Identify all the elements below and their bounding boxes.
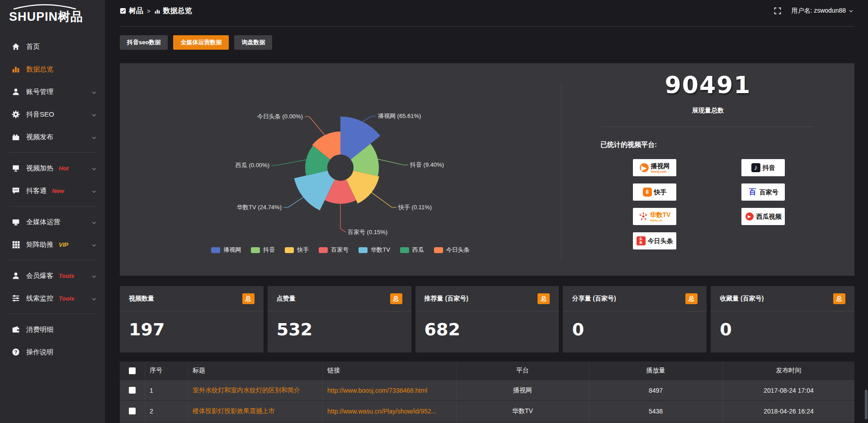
stat-card-收藏量 (百家号): 收藏量 (百家号)总0 [711,286,854,352]
tab-抖音seo数据[interactable]: 抖音seo数据 [120,35,168,50]
sidebar-item-label: 操作说明 [26,348,53,357]
sidebar-item-视频加热[interactable]: 视频加热Hot [0,157,105,179]
chevron-down-icon [91,90,97,95]
legend-item-今日头条[interactable]: 今日头条 [434,246,470,254]
sidebar-item-矩阵助推[interactable]: 矩阵助推VIP [0,233,105,256]
sidebar-item-账号管理[interactable]: 账号管理 [0,80,105,103]
sidebar-item-label: 抖客通 [26,187,47,195]
legend-label: 华数TV [371,246,390,254]
topbar: 树品 > 数据总览 用户名: zswodun88 [105,0,868,22]
fullscreen-icon[interactable] [774,7,781,14]
legend-swatch [319,247,328,253]
legend-item-西瓜[interactable]: 西瓜 [400,246,424,254]
sidebar-item-数据总览[interactable]: 数据总览 [0,58,105,80]
cell-title[interactable]: 室外水纹灯和室内水纹灯的区别和简介 [188,380,322,400]
legend-item-华数TV[interactable]: 华数TV [359,246,390,254]
select-all-checkbox-cell [120,362,145,380]
sidebar-item-首页[interactable]: 首页 [0,35,105,58]
pie-slice-华数TV[interactable] [294,171,335,211]
douyin-logo-icon: ♪ [751,163,760,172]
legend-item-快手[interactable]: 快手 [285,246,309,254]
select-all-checkbox[interactable] [129,367,136,374]
platform-name: 百家号 [760,189,778,195]
total-badge[interactable]: 总 [685,293,698,304]
stat-card-点赞量: 点赞量总532 [268,286,411,352]
breadcrumb-root[interactable]: 树品 [120,6,143,16]
logo-arc-icon [11,4,79,9]
platform-name: 华数TV [650,212,671,218]
stat-card-分享量 (百家号): 分享量 (百家号)总0 [563,286,707,352]
pie-label-抖音: 抖音 (9.40%) [410,161,444,168]
table-header-row: 序号标题链接平台播放量发布时间 [120,362,854,380]
sidebar-item-线索监控[interactable]: 线索监控Tools [0,287,105,310]
chevron-down-icon [91,113,97,118]
cell-seq: 1 [145,380,188,400]
monitor-icon [12,218,20,226]
sidebar-item-label: 视频发布 [26,133,53,141]
table-row: 1室外水纹灯和室内水纹灯的区别和简介http://www.boosj.com/7… [120,380,854,401]
column-header-标题: 标题 [188,362,322,380]
stat-card-value: 0 [563,311,707,339]
legend-item-百家号[interactable]: 百家号 [319,246,349,254]
stat-card-value: 532 [268,311,411,339]
total-badge[interactable]: 总 [538,293,550,304]
logo-text: SHUPIN树品 [9,9,83,25]
tab-询盘数据[interactable]: 询盘数据 [234,35,272,50]
platform-name: 西瓜视频 [756,213,782,220]
summary-divider [602,127,814,127]
sidebar-item-视频发布[interactable]: 视频发布 [0,126,105,148]
sidebar-divider [8,206,97,207]
breadcrumb-current[interactable]: 数据总览 [154,6,192,16]
legend-item-播视网[interactable]: 播视网 [211,246,241,254]
sidebar-item-操作说明[interactable]: ?操作说明 [0,341,105,363]
cell-platform: 播视网 [456,380,589,400]
pie-label-line-今日头条 [305,117,325,135]
sidebar-item-消费明细[interactable]: 消费明细 [0,318,105,341]
row-checkbox[interactable] [129,387,136,394]
page-scrollbar[interactable] [865,390,868,419]
legend-label: 快手 [297,246,309,254]
videos-table: 序号标题链接平台播放量发布时间1室外水纹灯和室内水纹灯的区别和简介http://… [120,362,854,423]
platform-badge-西瓜视频: ▶西瓜视频 [741,208,785,225]
sidebar-item-label: 全媒体运营 [26,218,60,226]
chevron-down-icon [91,135,97,141]
row-checkbox[interactable] [129,408,136,414]
tab-全媒体运营数据[interactable]: 全媒体运营数据 [173,35,229,50]
sidebar-item-tag: New [52,188,64,194]
cell-platform: 华数TV [456,401,589,421]
total-badge[interactable]: 总 [833,293,845,304]
chevron-down-icon [91,134,97,140]
sidebar-item-抖客通[interactable]: 抖客通New [0,179,105,202]
sidebar-item-会员爆客[interactable]: 会员爆客Tools [0,264,105,287]
user-menu[interactable]: 用户名: zswodun88 [791,7,854,15]
platform-badge-华数TV: 华数TVwasu.cn [633,208,676,225]
total-impressions-value: 90491 [561,71,854,99]
platform-share-pie-chart[interactable]: 播视网 (65.61%)抖音 (9.40%)快手 (0.11%)百家号 (0.1… [120,63,561,276]
sidebar-divider [8,260,97,260]
cell-link[interactable]: http://www.wasu.cn/Play/show/id/952... [322,401,456,421]
chevron-down-icon [91,296,97,301]
legend-swatch [434,247,443,253]
sidebar-item-全媒体运营[interactable]: 全媒体运营 [0,211,105,233]
sidebar-item-label: 首页 [26,42,40,51]
filter-icon [12,294,20,302]
pie-label-西瓜: 西瓜 (0.00%) [236,162,269,169]
app-logo[interactable]: SHUPIN树品 [0,0,105,29]
stat-card-value: 682 [415,311,559,339]
sidebar-item-抖音SEO[interactable]: 抖音SEO [0,103,105,126]
platform-badge-今日头条: 头条今日头条 [633,232,676,249]
total-badge[interactable]: 总 [242,293,255,304]
legend-label: 百家号 [331,246,349,254]
cell-link[interactable]: http://www.boosj.com/7338468.html [322,380,456,400]
total-badge[interactable]: 总 [390,293,402,304]
chevron-down-icon [849,9,854,14]
sidebar-item-label: 数据总览 [26,65,53,74]
legend-label: 播视网 [223,246,241,254]
platform-name: 今日头条 [648,238,673,244]
pie-label-line-百家号 [340,204,346,232]
pie-label-快手: 快手 (0.11%) [398,204,432,211]
cell-title[interactable]: 楼体投影灯投影效果震撼上市 [188,401,322,421]
pie-label-百家号: 百家号 (0.15%) [348,229,387,235]
legend-item-抖音[interactable]: 抖音 [251,246,275,254]
overview-panel: 播视网 (65.61%)抖音 (9.40%)快手 (0.11%)百家号 (0.1… [120,63,854,276]
